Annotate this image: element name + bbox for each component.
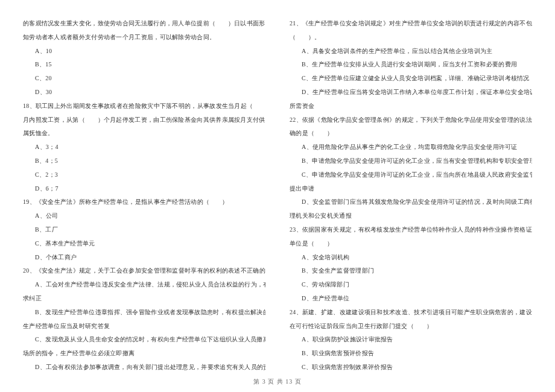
text-line: D、个体工商户 [23,251,265,265]
text-line: C、劳动保障部门 [290,278,532,292]
text-line: C、发现危及从业人员生命安全的情况时，有权向生产经营单位下达组织从业人员撤离危险 [23,333,265,347]
text-line: A、使用危险化学品从事生产的化工企业，均需取得危险化学品安全使用许可证 [290,141,532,154]
text-line: 所需资金 [290,100,532,113]
text-line: C、基本生产经营单元 [23,237,265,251]
text-line: 确的是（ ） [290,127,532,141]
text-line: C、申请危险化学品安全使用许可证的化工企业，应当向所在地县级人民政府安全监管部门 [290,168,532,182]
text-line: 24、新建、扩建、改建建设项目和技术改造、技术引进项目可能产生职业病危害的，建设… [290,306,532,320]
text-line: D、30 [23,86,265,100]
text-line: D、工会有权依法参加事故调查，向有关部门提出处理意见，并要求追究有关人员的责任 [23,361,265,375]
text-line: C、20 [23,72,265,86]
text-line: 单位是（ ） [290,237,532,251]
text-line: D、6；7 [23,182,265,196]
text-line: A、工会对生产经营单位违反安全生产法律、法规，侵犯从业人员合法权益的行为，有权要 [23,278,265,292]
text-line: B、职业病危害预评价报告 [290,347,532,361]
left-column: 的客观情况发生重大变化，致使劳动合同无法履行的，用人单位提前（ ）日以书面形式通… [23,17,278,381]
text-line: 生产经营单位应当及时研究答复 [23,320,265,334]
text-line: B、生产经营单位安排从业人员进行安全培训期间，应当支付工资和必要的费用 [290,58,532,72]
text-line: B、15 [23,58,265,72]
right-column: 21、《生产经营单位安全培训规定》对生产经营单位安全培训的职责进行规定的内容不包… [278,17,532,381]
text-line: D、生产经营单位 [290,292,532,306]
text-line: B、安全生产监督管理部门 [290,264,532,278]
text-line: 20、《安全生产法》规定，关于工会在参加安全管理和监督时享有的权利的表述不正确的… [23,264,265,278]
text-line: 知劳动者本人或者额外支付劳动者一个月工资后，可以解除劳动合同。 [23,31,265,45]
text-line: 月内照发工资，从第（ ）个月起停发工资，由工伤保险基金向其供养亲属按月支付供养亲 [23,113,265,127]
text-line: A、具备安全培训条件的生产经营单位，应当以结合其他企业培训为主 [290,45,532,58]
text-line: C、2；3 [23,168,265,182]
text-line: B、4；5 [23,154,265,168]
text-line: 22、依据《危险化学品安全管理条例》的规定，下列关于危险化学品使用安全管理的说法… [290,113,532,127]
text-line: 23、依据国家有关规定，有权考核发放生产经营单位特种作业人员的特种作业操作资格证… [290,223,532,237]
text-line: 提出申请 [290,182,532,196]
text-line: 场所的指令，生产经营单位必须立即撤离 [23,347,265,361]
text-line: 18、职工因上外出期间发生事故或者在抢险救灾中下落不明的，从事故发生当月起（ ）… [23,100,265,113]
text-line: 21、《生产经营单位安全培训规定》对生产经营单位安全培训的职责进行规定的内容不包… [290,17,532,31]
text-line: A、职业病防护设施设计审批报告 [290,333,532,347]
text-line: A、10 [23,45,265,58]
text-line: D、生产经营单位应当将安全培训工作纳入本单位年度工作计划，保证本单位安全培训工作 [290,86,532,100]
text-line: C、生产经营单位应建立健全从业人员安全培训档案，详细、准确记录培训考核情况 [290,72,532,86]
text-line: B、申请危险化学品安全使用许可证的化工企业，应当有安全管理机构和专职安全管理人员 [290,154,532,168]
text-line: A、安全培训机构 [290,251,532,265]
text-line: 在可行性论证阶段应当向卫生行政部门提交（ ） [290,320,532,334]
text-line: 理机关和公安机关通报 [290,209,532,223]
text-line: 属抚恤金。 [23,127,265,141]
text-line: （ ）。 [290,31,532,45]
text-line: 求纠正 [23,292,265,306]
text-line: B、工厂 [23,223,265,237]
text-line: B、发现生产经营单位违章指挥、强令冒险作业或者发现事故隐患时，有权提出解决的建议… [23,306,265,320]
text-line: 的客观情况发生重大变化，致使劳动合同无法履行的，用人单位提前（ ）日以书面形式通 [23,17,265,31]
text-line: 19、《安全生产法》所称生产经营单位，是指从事生产经营活动的（ ） [23,195,265,209]
text-line: C、职业病危害控制效果评价报告 [290,361,532,375]
page-footer: 第 3 页 共 13 页 [0,378,555,386]
text-line: D、安全监管部门应当将其颁发危险化学品安全使用许可证的情况，及时向同级工商行政管 [290,195,532,209]
text-line: A、公司 [23,209,265,223]
text-line: A、3；4 [23,141,265,154]
